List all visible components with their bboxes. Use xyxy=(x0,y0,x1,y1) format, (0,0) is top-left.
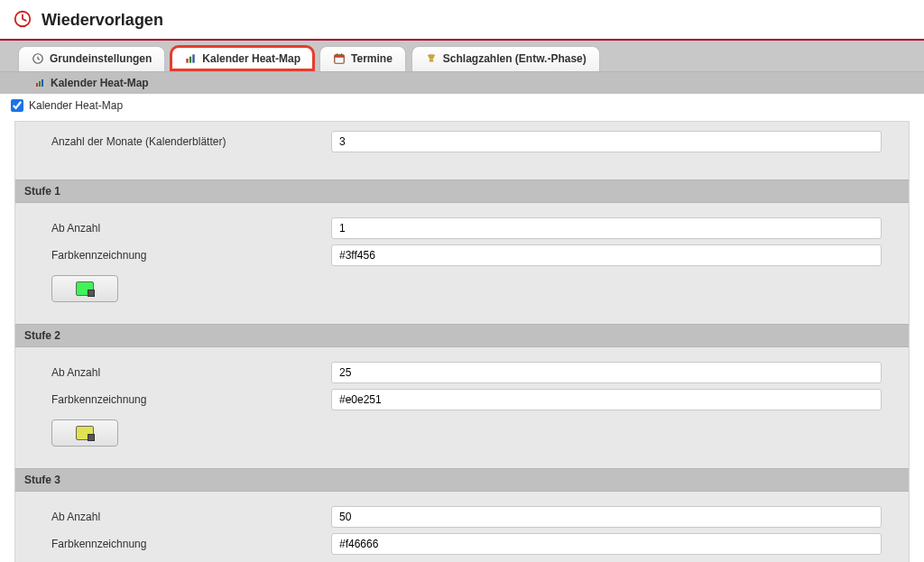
tab-grundeinstellungen[interactable]: Grundeinstellungen xyxy=(18,46,165,71)
section-titlebar: Kalender Heat-Map xyxy=(0,71,924,94)
months-input[interactable] xyxy=(331,131,882,152)
tab-label: Termine xyxy=(351,52,393,65)
clock-icon xyxy=(13,9,32,32)
color-label: Farbkennzeichnung xyxy=(51,249,322,262)
tab-label: Schlagzahlen (Entw.-Phase) xyxy=(443,52,587,65)
level-1-count-row: Ab Anzahl xyxy=(51,217,882,239)
level-3-color-row: Farbkennzeichnung xyxy=(51,533,882,555)
tab-termine[interactable]: Termine xyxy=(319,46,406,71)
level-2-header: Stufe 2 xyxy=(15,324,909,347)
tab-bar: Grundeinstellungen Kalender Heat-Map Ter… xyxy=(0,41,924,71)
count-label: Ab Anzahl xyxy=(51,222,322,235)
svg-rect-2 xyxy=(187,59,189,63)
level-3-header: Stufe 3 xyxy=(15,468,909,492)
tab-label: Grundeinstellungen xyxy=(50,52,152,65)
level-3-count-row: Ab Anzahl xyxy=(51,506,882,528)
page-title: Wiedervorlagen xyxy=(42,11,163,30)
color-swatch-icon xyxy=(76,426,94,440)
enable-heatmap-checkbox[interactable] xyxy=(11,99,23,112)
level-1-color-input[interactable] xyxy=(331,244,882,266)
level-3-color-input[interactable] xyxy=(331,533,882,555)
trophy-icon xyxy=(425,52,438,65)
level-3-count-input[interactable] xyxy=(331,506,882,528)
svg-rect-11 xyxy=(42,79,43,87)
svg-rect-6 xyxy=(335,55,345,58)
svg-rect-3 xyxy=(189,57,191,63)
chart-icon xyxy=(184,52,197,65)
color-label: Farbkennzeichnung xyxy=(51,393,322,406)
tab-kalender-heat-map[interactable]: Kalender Heat-Map xyxy=(171,46,314,71)
calendar-icon xyxy=(333,52,346,65)
svg-rect-7 xyxy=(337,53,337,56)
level-1-count-input[interactable] xyxy=(331,217,882,239)
svg-rect-10 xyxy=(39,81,41,87)
level-2-color-input[interactable] xyxy=(331,389,882,410)
count-label: Ab Anzahl xyxy=(51,511,322,523)
clock-icon xyxy=(32,52,44,65)
section-title: Kalender Heat-Map xyxy=(51,77,149,89)
svg-rect-9 xyxy=(36,83,38,87)
enable-heatmap-label: Kalender Heat-Map xyxy=(29,99,123,112)
level-2-count-input[interactable] xyxy=(331,362,882,383)
page-header: Wiedervorlagen xyxy=(0,0,924,39)
level-2-color-row: Farbkennzeichnung xyxy=(51,389,882,410)
count-label: Ab Anzahl xyxy=(51,366,322,379)
settings-panel: Anzahl der Monate (Kalenderblätter) Stuf… xyxy=(14,121,910,562)
color-label: Farbkennzeichnung xyxy=(51,538,322,550)
months-label: Anzahl der Monate (Kalenderblätter) xyxy=(51,135,322,148)
tab-schlagzahlen[interactable]: Schlagzahlen (Entw.-Phase) xyxy=(411,46,600,71)
months-row: Anzahl der Monate (Kalenderblätter) xyxy=(51,131,882,152)
color-swatch-icon xyxy=(76,281,94,296)
tab-label: Kalender Heat-Map xyxy=(202,52,300,65)
level-1-header: Stufe 1 xyxy=(15,180,909,203)
enable-row: Kalender Heat-Map xyxy=(0,94,924,121)
svg-rect-4 xyxy=(193,54,195,62)
level-2-color-button[interactable] xyxy=(51,419,118,447)
level-1-color-button[interactable] xyxy=(51,275,118,302)
chart-icon xyxy=(34,78,45,88)
level-2-count-row: Ab Anzahl xyxy=(51,362,882,383)
level-1-color-row: Farbkennzeichnung xyxy=(51,244,882,266)
svg-rect-8 xyxy=(341,53,342,56)
